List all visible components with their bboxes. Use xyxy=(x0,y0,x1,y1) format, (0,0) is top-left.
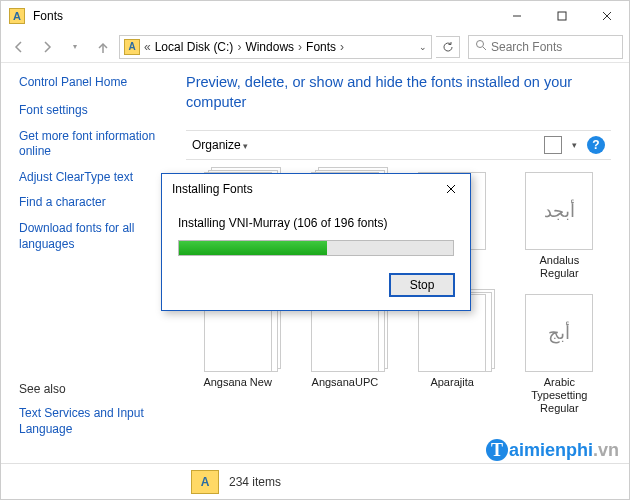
installing-fonts-dialog: Installing Fonts Installing VNI-Murray (… xyxy=(161,173,471,311)
font-label: Andalus Regular xyxy=(519,254,599,280)
close-button[interactable] xyxy=(584,1,629,31)
chevron-right-icon: › xyxy=(296,40,304,54)
chevron-right-icon: › xyxy=(338,40,346,54)
search-icon xyxy=(475,39,487,54)
breadcrumb-part[interactable]: Fonts xyxy=(306,40,336,54)
title-bar: A Fonts xyxy=(1,1,629,31)
app-icon: A xyxy=(9,8,25,24)
chevron-right-icon: › xyxy=(235,40,243,54)
font-thumb: أبجد xyxy=(525,172,593,250)
progress-bar xyxy=(178,240,454,256)
address-bar: ▾ A « Local Disk (C:) › Windows › Fonts … xyxy=(1,31,629,63)
sidebar-link-download-fonts[interactable]: Download fonts for all languages xyxy=(19,221,168,252)
svg-rect-1 xyxy=(558,12,566,20)
sidebar-link-find-char[interactable]: Find a character xyxy=(19,195,168,211)
font-label: AngsanaUPC xyxy=(312,376,379,389)
item-count: 234 items xyxy=(229,475,281,489)
help-button[interactable]: ? xyxy=(587,136,605,154)
recent-button[interactable]: ▾ xyxy=(63,35,87,59)
watermark-suffix: .vn xyxy=(593,440,619,461)
font-item[interactable]: AngsanaUPC xyxy=(293,294,396,421)
watermark-icon: T xyxy=(486,439,508,461)
dialog-close-button[interactable] xyxy=(442,180,460,198)
toolbar: Organize ▾ ? xyxy=(186,130,611,160)
font-label: Aparajita xyxy=(430,376,473,389)
control-panel-home-link[interactable]: Control Panel Home xyxy=(19,75,168,89)
breadcrumb-part[interactable]: Windows xyxy=(245,40,294,54)
refresh-button[interactable] xyxy=(436,36,460,58)
sidebar-link-font-settings[interactable]: Font settings xyxy=(19,103,168,119)
breadcrumb-icon: A xyxy=(124,39,140,55)
dropdown-icon[interactable]: ▾ xyxy=(572,140,577,150)
sidebar-link-more-info[interactable]: Get more font information online xyxy=(19,129,168,160)
dialog-title: Installing Fonts xyxy=(172,182,253,196)
install-status-text: Installing VNI-Murray (106 of 196 fonts) xyxy=(178,216,454,230)
svg-point-5 xyxy=(477,41,484,48)
font-item[interactable]: Angsana New xyxy=(186,294,289,421)
search-placeholder: Search Fonts xyxy=(491,40,562,54)
organize-menu[interactable]: Organize xyxy=(192,138,248,152)
watermark-text: aimienphi xyxy=(509,440,593,461)
dropdown-icon[interactable]: ⌄ xyxy=(419,42,427,52)
see-also-label: See also xyxy=(19,382,168,396)
maximize-button[interactable] xyxy=(539,1,584,31)
up-button[interactable] xyxy=(91,35,115,59)
view-options-button[interactable] xyxy=(544,136,562,154)
sidebar-link-cleartype[interactable]: Adjust ClearType text xyxy=(19,170,168,186)
font-thumb: أبج xyxy=(525,294,593,372)
font-label: Arabic Typesetting Regular xyxy=(519,376,599,416)
font-item[interactable]: أبجArabic Typesetting Regular xyxy=(508,294,611,421)
font-label: Angsana New xyxy=(203,376,272,389)
svg-line-6 xyxy=(483,47,486,50)
watermark: T aimienphi.vn xyxy=(486,439,619,461)
breadcrumb-part[interactable]: Local Disk (C:) xyxy=(155,40,234,54)
status-bar: A 234 items xyxy=(1,463,629,499)
folder-icon: A xyxy=(191,470,219,494)
forward-button[interactable] xyxy=(35,35,59,59)
sidebar-link-text-services[interactable]: Text Services and Input Language xyxy=(19,406,168,437)
font-item[interactable]: أبجدAndalus Regular xyxy=(508,172,611,285)
search-input[interactable]: Search Fonts xyxy=(468,35,623,59)
page-heading: Preview, delete, or show and hide the fo… xyxy=(186,73,611,112)
minimize-button[interactable] xyxy=(494,1,539,31)
breadcrumb[interactable]: A « Local Disk (C:) › Windows › Fonts › … xyxy=(119,35,432,59)
back-button[interactable] xyxy=(7,35,31,59)
window-title: Fonts xyxy=(33,9,63,23)
stop-button[interactable]: Stop xyxy=(390,274,454,296)
breadcrumb-prefix: « xyxy=(142,40,153,54)
font-item[interactable]: Aparajita xyxy=(401,294,504,421)
progress-fill xyxy=(179,241,327,255)
sidebar: Control Panel Home Font settings Get mor… xyxy=(1,63,176,463)
